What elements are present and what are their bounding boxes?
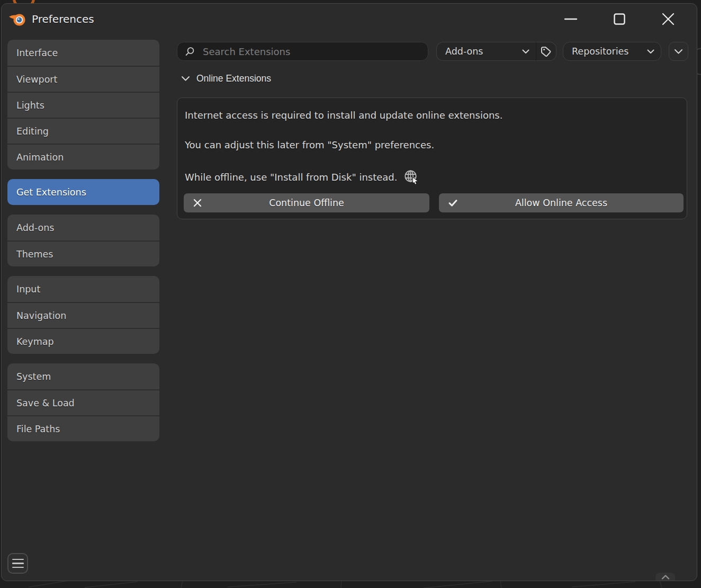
- continue-offline-button[interactable]: Continue Offline: [184, 193, 429, 212]
- sidebar-item-viewport[interactable]: Viewport: [7, 66, 159, 92]
- extensions-settings-dropdown-button[interactable]: [669, 42, 688, 61]
- allow-online-access-button[interactable]: Allow Online Access: [439, 193, 684, 212]
- blender-logo-icon: [8, 10, 26, 28]
- chevron-down-icon: [674, 49, 683, 55]
- search-field[interactable]: [177, 42, 428, 61]
- extension-type-value: Add-ons: [445, 46, 522, 57]
- sidebar-item-add-ons[interactable]: Add-ons: [7, 215, 159, 240]
- sidebar-group-addons-themes: Add-ons Themes: [7, 215, 159, 266]
- sidebar-item-navigation[interactable]: Navigation: [7, 302, 159, 328]
- online-extensions-section-toggle[interactable]: Online Extensions: [181, 72, 271, 85]
- chevron-up-icon: [661, 575, 670, 580]
- x-icon: [193, 198, 202, 208]
- sidebar-item-input[interactable]: Input: [7, 276, 159, 302]
- maximize-button[interactable]: [595, 4, 644, 34]
- repositories-dropdown[interactable]: Repositories: [563, 42, 661, 61]
- notice-line-2: You can adjust this later from "System" …: [185, 139, 434, 150]
- chevron-down-icon: [522, 49, 529, 54]
- minimize-button[interactable]: [546, 4, 595, 34]
- notice-line-3-text: While offline, use "Install from Disk" i…: [185, 172, 397, 183]
- search-icon: [184, 46, 195, 57]
- filter-by-tags-button[interactable]: [536, 42, 556, 61]
- extension-type-dropdown[interactable]: Add-ons: [436, 42, 536, 61]
- minimize-icon: [564, 12, 578, 26]
- titlebar: Preferences: [2, 4, 697, 34]
- sidebar-item-system[interactable]: System: [7, 363, 159, 389]
- sidebar-group-input: Input Navigation Keymap: [7, 276, 159, 354]
- sidebar-item-editing[interactable]: Editing: [7, 118, 159, 144]
- sidebar-item-get-extensions[interactable]: Get Extensions: [7, 179, 159, 205]
- close-icon: [661, 12, 675, 26]
- preferences-window: Preferences: [1, 3, 697, 581]
- sidebar-item-animation[interactable]: Animation: [7, 144, 159, 170]
- chevron-down-icon: [181, 76, 190, 82]
- continue-offline-label: Continue Offline: [269, 198, 344, 208]
- screen: Preferences: [0, 0, 701, 588]
- allow-online-access-label: Allow Online Access: [515, 198, 607, 208]
- notice-line-1: Internet access is required to install a…: [185, 110, 502, 121]
- window-title: Preferences: [32, 13, 94, 25]
- close-button[interactable]: [644, 4, 693, 34]
- repositories-value: Repositories: [572, 46, 647, 57]
- sidebar-item-save-load[interactable]: Save & Load: [7, 389, 159, 415]
- globe-cursor-wrap: [403, 169, 420, 185]
- expand-region-tab[interactable]: [655, 573, 675, 581]
- window-controls: [546, 4, 693, 34]
- preferences-sidebar: Interface Viewport Lights Editing Animat…: [7, 40, 159, 451]
- notice-line-3: While offline, use "Install from Disk" i…: [185, 169, 420, 185]
- maximize-icon: [613, 12, 626, 26]
- sidebar-item-file-paths[interactable]: File Paths: [7, 415, 159, 441]
- section-title: Online Extensions: [196, 73, 271, 84]
- sidebar-group-general: Interface Viewport Lights Editing Animat…: [7, 40, 159, 170]
- globe-icon: [403, 169, 420, 185]
- sidebar-item-lights[interactable]: Lights: [7, 92, 159, 118]
- tag-icon: [540, 46, 552, 58]
- sidebar-item-keymap[interactable]: Keymap: [7, 328, 159, 354]
- chevron-down-icon: [647, 49, 654, 54]
- online-access-notice-box: Internet access is required to install a…: [177, 97, 687, 219]
- editor-type-menu-button[interactable]: [7, 553, 28, 574]
- sidebar-item-themes[interactable]: Themes: [7, 240, 159, 266]
- check-icon: [448, 198, 458, 208]
- search-input[interactable]: [202, 46, 405, 58]
- sidebar-group-extensions: Get Extensions: [7, 179, 159, 205]
- sidebar-group-system: System Save & Load File Paths: [7, 363, 159, 441]
- sidebar-item-interface[interactable]: Interface: [7, 40, 159, 66]
